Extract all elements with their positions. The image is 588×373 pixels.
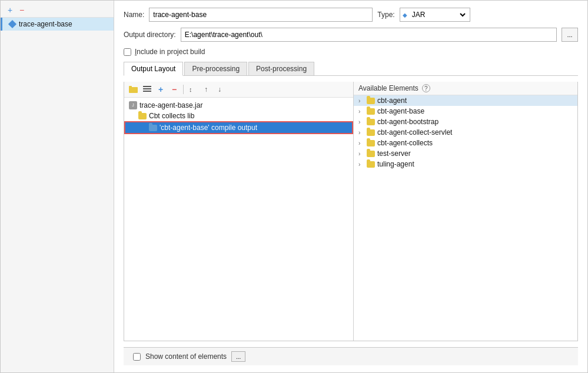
avail-item-cbt-agent-base-label: cbt-agent-base: [377, 107, 424, 115]
avail-item-cbt-agent-label: cbt-agent: [377, 96, 407, 105]
add-artifact-button[interactable]: +: [5, 5, 15, 15]
tree-item-cbt-lib-label: Cbt collects lib: [149, 112, 194, 120]
type-diamond-icon: ◆: [403, 12, 407, 18]
chevron-right-icon-3: ›: [358, 119, 364, 125]
avail-item-cbt-agent-base[interactable]: › cbt-agent-base: [354, 106, 577, 116]
toolbar-separator: [183, 85, 184, 94]
include-checkbox-row: Include in project build: [124, 48, 578, 56]
name-label: Name:: [124, 11, 144, 19]
avail-item-cbt-agent-collects-label: cbt-agent-collects: [377, 139, 433, 147]
available-elements-label: Available Elements: [358, 84, 418, 92]
tree-item-jar-label: trace-agent-base.jar: [139, 101, 202, 109]
include-checkbox[interactable]: [124, 48, 131, 56]
avail-item-cbt-agent[interactable]: › cbt-agent: [354, 95, 577, 106]
bottom-bar: Show content of elements ...: [124, 347, 578, 365]
show-content-checkbox[interactable]: [133, 353, 141, 361]
chevron-right-icon-7: ›: [358, 161, 364, 168]
jar-icon: J: [129, 101, 137, 109]
content-area: + − trace-agent-base Name: Type: ◆ JAR: [1, 1, 587, 372]
svg-rect-3: [143, 86, 151, 87]
sidebar-item-label: trace-agent-base: [19, 20, 72, 28]
folder-icon-cbt-agent-base: [367, 108, 375, 115]
move-down-button[interactable]: ↓: [214, 84, 225, 95]
move-up-button[interactable]: ↑: [200, 84, 212, 95]
folder-icon-tuling-agent: [367, 161, 375, 168]
folder-icon-yellow: [138, 113, 147, 119]
folder-icon-cbt-collect-servlet: [367, 129, 375, 136]
chevron-right-icon-6: ›: [358, 151, 364, 157]
add-folder-button[interactable]: [128, 84, 139, 95]
main-window: + − trace-agent-base Name: Type: ◆ JAR: [0, 0, 588, 373]
chevron-right-icon-4: ›: [358, 129, 364, 136]
avail-item-test-server-label: test-server: [377, 149, 411, 158]
avail-item-cbt-agent-bootstrap[interactable]: › cbt-agent-bootstrap: [354, 116, 577, 127]
tree-item-compile-output[interactable]: 'cbt-agent-base' compile output: [124, 121, 353, 134]
type-label: Type:: [377, 11, 394, 19]
type-dropdown[interactable]: JAR: [410, 10, 467, 19]
folder-icon-cbt-agent-collects: [367, 140, 375, 146]
avail-item-cbt-agent-bootstrap-label: cbt-agent-bootstrap: [377, 118, 438, 126]
tab-pre-processing[interactable]: Pre-processing: [184, 62, 247, 75]
svg-rect-5: [143, 91, 151, 92]
sidebar: + − trace-agent-base: [1, 1, 114, 372]
name-row: Name: Type: ◆ JAR: [124, 8, 578, 22]
chevron-right-icon-5: ›: [358, 140, 364, 146]
available-header: Available Elements ?: [354, 82, 577, 95]
svg-text:↕: ↕: [189, 86, 192, 93]
avail-item-cbt-agent-collects[interactable]: › cbt-agent-collects: [354, 138, 577, 148]
tree-item-compile-output-label: 'cbt-agent-base' compile output: [160, 124, 257, 132]
artifact-icon: [8, 20, 16, 28]
tabs-bar: Output Layout Pre-processing Post-proces…: [124, 62, 578, 76]
svg-rect-2: [129, 86, 132, 88]
available-elements-panel: Available Elements ? › cbt-agent › cbt-: [354, 82, 577, 341]
avail-item-tuling-agent[interactable]: › tuling-agent: [354, 159, 577, 169]
left-panel-toolbar: + − ↕ ↑ ↓: [124, 82, 353, 98]
avail-item-tuling-agent-label: tuling-agent: [377, 160, 414, 168]
sidebar-toolbar: + −: [1, 3, 114, 18]
avail-item-cbt-collect-servlet-label: cbt-agent-collect-servlet: [377, 128, 452, 136]
folder-icon-cbt-agent-bootstrap: [367, 119, 375, 125]
left-tree-panel: + − ↕ ↑ ↓ J trace-agent-base.jar: [124, 82, 354, 341]
avail-item-test-server[interactable]: › test-server: [354, 148, 577, 159]
folder-icon-blue: [149, 125, 157, 131]
type-select[interactable]: ◆ JAR: [400, 8, 470, 22]
tree-item-cbt-lib[interactable]: Cbt collects lib: [124, 111, 353, 121]
tab-output-layout[interactable]: Output Layout: [124, 62, 183, 76]
right-panel: Name: Type: ◆ JAR Output directory: ...: [114, 1, 587, 372]
folder-icon-cbt-agent: [367, 98, 375, 104]
browse-button[interactable]: ...: [562, 28, 578, 42]
help-icon[interactable]: ?: [422, 84, 430, 92]
avail-item-cbt-agent-collect-servlet[interactable]: › cbt-agent-collect-servlet: [354, 127, 577, 138]
show-list-button[interactable]: [141, 84, 153, 95]
include-label: Include in project build: [135, 48, 205, 56]
remove-artifact-button[interactable]: −: [17, 5, 26, 15]
show-content-label: Show content of elements: [145, 352, 227, 361]
available-list: › cbt-agent › cbt-agent-base ›: [354, 95, 577, 341]
chevron-right-icon: ›: [358, 98, 364, 104]
svg-rect-4: [143, 88, 151, 89]
output-dir-row: Output directory: ...: [124, 28, 578, 42]
sort-button[interactable]: ↕: [187, 84, 198, 95]
name-input[interactable]: [149, 8, 373, 22]
chevron-right-icon-2: ›: [358, 108, 364, 115]
output-dir-input[interactable]: [181, 28, 557, 42]
left-panel-tree: J trace-agent-base.jar Cbt collects lib …: [124, 98, 353, 341]
tab-post-processing[interactable]: Post-processing: [248, 62, 314, 75]
sidebar-item-trace-agent-base[interactable]: trace-agent-base: [1, 18, 114, 31]
show-content-options-button[interactable]: ...: [231, 351, 245, 362]
folder-icon-test-server: [367, 151, 375, 157]
add-button[interactable]: +: [155, 84, 167, 95]
output-dir-label: Output directory:: [124, 31, 176, 39]
tree-item-jar[interactable]: J trace-agent-base.jar: [124, 100, 353, 111]
panels-area: + − ↕ ↑ ↓ J trace-agent-base.jar: [124, 82, 578, 341]
remove-button[interactable]: −: [168, 84, 180, 95]
